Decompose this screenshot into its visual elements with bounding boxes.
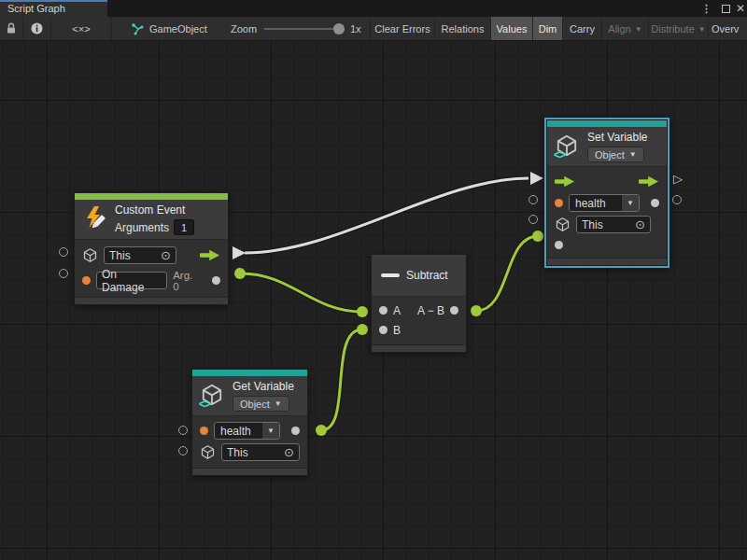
- chevron-down-icon[interactable]: ▼: [261, 423, 279, 439]
- value-output-port[interactable]: [291, 427, 300, 435]
- unconnected-port-ring[interactable]: [529, 215, 538, 224]
- info-icon: [31, 22, 43, 35]
- node-get-variable[interactable]: <> Get Variable Object ▼ health ▼: [191, 369, 308, 476]
- tab-script-graph[interactable]: Script Graph: [0, 0, 107, 17]
- distribute-dropdown[interactable]: Distribute ▼: [649, 17, 709, 40]
- overview-label: Overv: [712, 23, 739, 35]
- node-accent-bar: [547, 120, 667, 127]
- variable-name-port[interactable]: [200, 427, 208, 435]
- input-b-port[interactable]: [379, 326, 388, 334]
- node-accent-bar: [192, 370, 307, 376]
- port-row-name: health ▼: [200, 421, 300, 441]
- unconnected-port-ring[interactable]: [529, 195, 538, 204]
- input-a-port[interactable]: [379, 306, 388, 315]
- distribute-label: Distribute: [651, 23, 694, 35]
- variable-name-dropdown[interactable]: health ▼: [214, 422, 280, 440]
- node-header: <> Get Variable Object ▼: [192, 376, 307, 415]
- node-accent-bar: [75, 193, 228, 200]
- input-a-label: A: [393, 304, 401, 317]
- clear-errors-button[interactable]: Clear Errors: [370, 17, 435, 40]
- event-name-field[interactable]: On Damage: [96, 272, 167, 289]
- variable-kind-dropdown[interactable]: Object ▼: [233, 396, 289, 412]
- zoom-value: 1x: [350, 17, 361, 40]
- variable-icon: <>: [200, 383, 226, 409]
- window-tab-bar: Script Graph ⋮ ✕: [0, 0, 747, 17]
- node-footer: [372, 344, 466, 352]
- clear-errors-label: Clear Errors: [374, 23, 430, 35]
- maximize-icon[interactable]: [722, 0, 730, 17]
- dim-toggle[interactable]: Dim: [533, 17, 563, 40]
- port-row-flow: [555, 172, 659, 190]
- graph-canvas[interactable]: Custom Event Arguments 1 This ⊙: [0, 41, 747, 560]
- node-set-variable[interactable]: <> Set Variable Object ▼: [546, 119, 668, 266]
- arguments-count-input[interactable]: 1: [174, 219, 194, 235]
- align-dropdown[interactable]: Align ▼: [602, 17, 649, 40]
- edit-script-button[interactable]: <×>: [51, 17, 112, 40]
- chevron-down-icon: ▼: [635, 25, 642, 34]
- target-field[interactable]: This ⊙: [221, 443, 300, 461]
- output-port[interactable]: [450, 306, 458, 315]
- node-custom-event[interactable]: Custom Event Arguments 1 This ⊙: [74, 192, 229, 305]
- overview-button[interactable]: Overv: [709, 17, 747, 40]
- flow-port-out-triangle: [233, 246, 246, 259]
- unconnected-port-ring[interactable]: [59, 247, 68, 257]
- node-subtract[interactable]: Subtract A A − B B: [371, 254, 467, 353]
- relations-button[interactable]: Relations: [435, 17, 491, 40]
- values-label: Values: [497, 23, 528, 35]
- port-row-b: B: [379, 321, 458, 339]
- tab-title: Script Graph: [7, 3, 65, 14]
- target-picker-icon[interactable]: ⊙: [284, 446, 294, 458]
- variable-name-value: health: [570, 195, 621, 211]
- target-field[interactable]: This ⊙: [104, 246, 176, 264]
- variable-name-dropdown[interactable]: health ▼: [569, 194, 640, 212]
- zoom-slider-handle[interactable]: [333, 23, 345, 35]
- port-row-target: This ⊙: [200, 442, 300, 462]
- unconnected-port-ring[interactable]: [178, 426, 188, 435]
- flow-wire-customevent-to-setvariable: [245, 178, 529, 253]
- variable-kind-value: Object: [595, 149, 625, 161]
- value-wire-getvariable-to-subtract-b: [321, 329, 362, 430]
- flow-out-port[interactable]: [639, 175, 659, 188]
- node-header: Custom Event Arguments 1: [75, 200, 228, 239]
- port-row-a: A A − B: [379, 301, 458, 319]
- unconnected-port-ring[interactable]: [59, 269, 68, 278]
- port-row-target: This ⊙: [555, 215, 659, 234]
- variable-kind-dropdown[interactable]: Object ▼: [587, 147, 644, 162]
- variable-name-port[interactable]: [555, 199, 563, 207]
- event-port[interactable]: [82, 276, 91, 285]
- node-title: Get Variable: [233, 380, 294, 393]
- carry-toggle[interactable]: Carry: [563, 17, 602, 40]
- values-toggle[interactable]: Values: [491, 17, 533, 40]
- target-field[interactable]: This ⊙: [576, 216, 651, 233]
- window-menu-icon[interactable]: ⋮: [701, 0, 712, 17]
- target-field-value: This: [227, 446, 248, 459]
- arg0-output-port[interactable]: [212, 276, 220, 285]
- node-footer: [192, 468, 307, 475]
- node-header: <> Set Variable Object ▼: [547, 127, 667, 166]
- lock-button[interactable]: [0, 17, 23, 40]
- flow-out-hollow-triangle[interactable]: ▷: [673, 173, 683, 185]
- target-picker-icon[interactable]: ⊙: [635, 218, 645, 231]
- variable-kind-value: Object: [240, 399, 270, 410]
- target-field-value: This: [582, 218, 603, 231]
- zoom-slider[interactable]: [264, 28, 345, 30]
- custom-event-icon: [82, 205, 108, 233]
- zoom-label: Zoom: [231, 17, 257, 40]
- unconnected-port-ring[interactable]: [672, 195, 682, 204]
- chevron-down-icon: ▼: [698, 25, 706, 34]
- close-icon[interactable]: ✕: [736, 0, 745, 17]
- graph-target-label: GameObject: [149, 23, 207, 35]
- code-icon: <×>: [72, 23, 90, 35]
- graph-target-button[interactable]: GameObject: [131, 17, 207, 40]
- port-row-event: On Damage Arg. 0: [82, 270, 220, 291]
- value-input-port[interactable]: [555, 241, 563, 249]
- unconnected-port-ring[interactable]: [178, 446, 188, 455]
- graph-toolbar: <×> GameObject Zoom 1x Clear Errors Rela…: [0, 17, 747, 41]
- info-button[interactable]: [23, 17, 51, 40]
- subtract-icon: [381, 273, 400, 277]
- flow-out-port[interactable]: [200, 249, 220, 261]
- chevron-down-icon[interactable]: ▼: [621, 195, 639, 211]
- value-output-port[interactable]: [651, 199, 659, 207]
- flow-in-port[interactable]: [555, 175, 575, 188]
- target-picker-icon[interactable]: ⊙: [161, 249, 171, 261]
